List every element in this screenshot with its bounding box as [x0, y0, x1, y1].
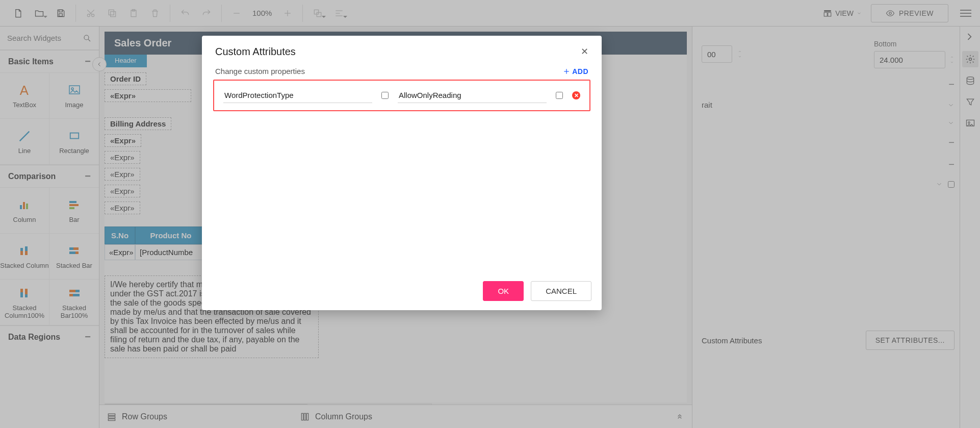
- attr-value-checkbox[interactable]: [556, 92, 563, 99]
- remove-row-button[interactable]: ✕: [572, 91, 580, 99]
- modal-title: Custom Attributes: [215, 46, 296, 58]
- ok-button[interactable]: OK: [483, 281, 524, 301]
- attr-value-input[interactable]: [398, 88, 547, 103]
- add-label: ADD: [572, 67, 588, 75]
- attr-name-input[interactable]: [223, 88, 372, 103]
- attribute-row: ✕: [213, 80, 590, 111]
- add-button[interactable]: ADD: [563, 67, 588, 75]
- attr-name-checkbox[interactable]: [381, 92, 389, 99]
- close-icon[interactable]: ✕: [581, 46, 588, 57]
- cancel-button[interactable]: CANCEL: [531, 281, 591, 301]
- custom-attributes-modal: Custom Attributes ✕ Change custom proper…: [202, 36, 602, 310]
- modal-subtitle: Change custom properties: [215, 67, 305, 75]
